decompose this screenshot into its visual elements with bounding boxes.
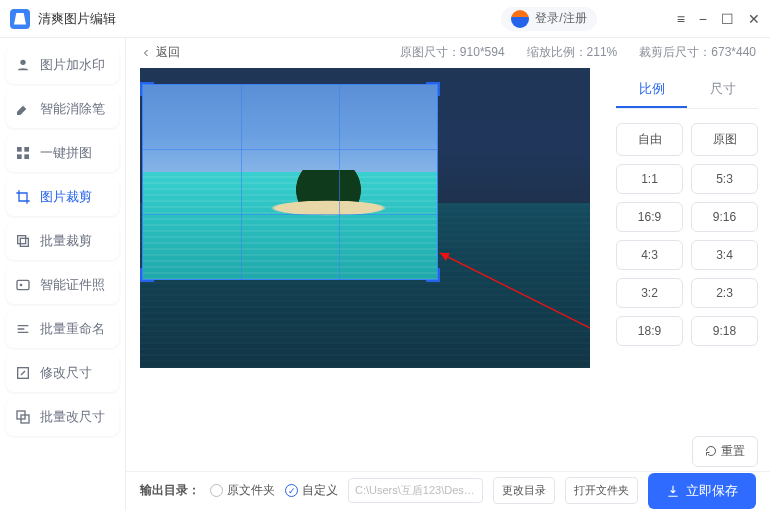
sidebar-item-label: 图片加水印 (40, 56, 105, 74)
app-logo-icon (10, 9, 30, 29)
crop-handle-br[interactable] (426, 268, 440, 282)
tab-size[interactable]: 尺寸 (687, 72, 758, 108)
sidebar-item-label: 图片裁剪 (40, 188, 92, 206)
sidebar-item-label: 修改尺寸 (40, 364, 92, 382)
batch-resize-icon (14, 408, 32, 426)
sidebar-item-crop[interactable]: 图片裁剪 (6, 178, 119, 216)
crop-tabs: 比例 尺寸 (616, 72, 758, 109)
sidebar-item-resize[interactable]: 修改尺寸 (6, 354, 119, 392)
titlebar: 清爽图片编辑 登录/注册 ≡ − ☐ ✕ (0, 0, 770, 38)
info-cropped-size: 裁剪后尺寸：673*440 (639, 44, 756, 61)
svg-rect-5 (18, 236, 26, 244)
sidebar-item-label: 批量重命名 (40, 320, 105, 338)
ratio-2-3[interactable]: 2:3 (691, 278, 758, 308)
window-controls: ≡ − ☐ ✕ (677, 11, 760, 27)
sidebar-item-label: 批量改尺寸 (40, 408, 105, 426)
app-title: 清爽图片编辑 (38, 10, 501, 28)
svg-rect-1 (17, 147, 22, 152)
rename-icon (14, 320, 32, 338)
close-icon[interactable]: ✕ (748, 11, 760, 27)
minimize-icon[interactable]: − (699, 11, 707, 27)
sidebar-item-watermark[interactable]: 图片加水印 (6, 46, 119, 84)
sidebar-item-label: 智能证件照 (40, 276, 105, 294)
save-label: 立即保存 (686, 482, 738, 500)
tab-ratio[interactable]: 比例 (616, 72, 687, 108)
crop-selection[interactable] (142, 84, 438, 280)
ratio-18-9[interactable]: 18:9 (616, 316, 683, 346)
ratio-1-1[interactable]: 1:1 (616, 164, 683, 194)
crop-handle-tl[interactable] (140, 82, 154, 96)
ratio-16-9[interactable]: 16:9 (616, 202, 683, 232)
back-label: 返回 (156, 44, 180, 61)
eraser-icon (14, 100, 32, 118)
sidebar-item-label: 批量裁剪 (40, 232, 92, 250)
resize-icon (14, 364, 32, 382)
sidebar-item-label: 一键拼图 (40, 144, 92, 162)
sidebar-item-batch-resize[interactable]: 批量改尺寸 (6, 398, 119, 436)
sidebar-item-idphoto[interactable]: 智能证件照 (6, 266, 119, 304)
svg-point-0 (20, 60, 25, 65)
svg-rect-3 (17, 154, 22, 159)
output-label: 输出目录： (140, 482, 200, 499)
radio-source-folder[interactable]: 原文件夹 (210, 482, 275, 499)
ratio-9-18[interactable]: 9:18 (691, 316, 758, 346)
radio-custom-folder[interactable]: 自定义 (285, 482, 338, 499)
svg-rect-2 (24, 147, 29, 152)
ratio-grid: 自由 原图 1:1 5:3 16:9 9:16 4:3 3:4 3:2 2:3 … (616, 123, 758, 346)
svg-rect-7 (17, 280, 29, 289)
canvas-area (126, 68, 604, 471)
ratio-9-16[interactable]: 9:16 (691, 202, 758, 232)
maximize-icon[interactable]: ☐ (721, 11, 734, 27)
svg-point-8 (20, 284, 23, 287)
sidebar-item-collage[interactable]: 一键拼图 (6, 134, 119, 172)
sidebar: 图片加水印 智能消除笔 一键拼图 图片裁剪 批量裁剪 智能证件照 批量重命名 (0, 38, 126, 510)
infobar: 返回 原图尺寸：910*594 缩放比例：211% 裁剪后尺寸：673*440 (126, 38, 770, 68)
info-zoom: 缩放比例：211% (527, 44, 618, 61)
reset-button[interactable]: 重置 (692, 436, 758, 467)
id-icon (14, 276, 32, 294)
reset-label: 重置 (721, 443, 745, 460)
svg-rect-6 (20, 238, 28, 246)
sidebar-item-eraser[interactable]: 智能消除笔 (6, 90, 119, 128)
crop-icon (14, 188, 32, 206)
info-original-size: 原图尺寸：910*594 (400, 44, 505, 61)
sidebar-item-label: 智能消除笔 (40, 100, 105, 118)
change-dir-button[interactable]: 更改目录 (493, 477, 555, 504)
refresh-icon (705, 445, 717, 457)
grid-icon (14, 144, 32, 162)
output-path[interactable]: C:\Users\互盾123\Desktop\清爽图片 (348, 478, 483, 503)
person-icon (14, 56, 32, 74)
batch-crop-icon (14, 232, 32, 250)
right-panel: 比例 尺寸 自由 原图 1:1 5:3 16:9 9:16 4:3 3:4 3:… (604, 68, 770, 471)
image-canvas[interactable] (140, 68, 590, 368)
main: 返回 原图尺寸：910*594 缩放比例：211% 裁剪后尺寸：673*440 (126, 38, 770, 510)
crop-handle-tr[interactable] (426, 82, 440, 96)
svg-rect-4 (24, 154, 29, 159)
ratio-4-3[interactable]: 4:3 (616, 240, 683, 270)
download-icon (666, 484, 680, 498)
save-button[interactable]: 立即保存 (648, 473, 756, 509)
sidebar-item-rename[interactable]: 批量重命名 (6, 310, 119, 348)
menu-icon[interactable]: ≡ (677, 11, 685, 27)
ratio-3-4[interactable]: 3:4 (691, 240, 758, 270)
ratio-5-3[interactable]: 5:3 (691, 164, 758, 194)
login-label: 登录/注册 (535, 10, 586, 27)
login-button[interactable]: 登录/注册 (501, 7, 596, 31)
sidebar-item-batch-crop[interactable]: 批量裁剪 (6, 222, 119, 260)
ratio-free[interactable]: 自由 (616, 123, 683, 156)
output-bar: 输出目录： 原文件夹 自定义 C:\Users\互盾123\Desktop\清爽… (126, 471, 770, 511)
ratio-orig[interactable]: 原图 (691, 123, 758, 156)
crop-handle-bl[interactable] (140, 268, 154, 282)
avatar-icon (511, 10, 529, 28)
back-button[interactable]: 返回 (140, 44, 180, 61)
ratio-3-2[interactable]: 3:2 (616, 278, 683, 308)
open-dir-button[interactable]: 打开文件夹 (565, 477, 638, 504)
